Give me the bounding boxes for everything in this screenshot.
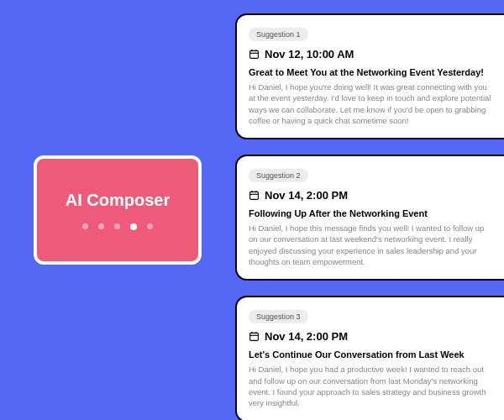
- suggestion-badge: Suggestion 1: [249, 28, 308, 41]
- suggestion-datetime: Nov 14, 2:00 PM: [265, 189, 348, 202]
- carousel-dot[interactable]: [114, 223, 120, 229]
- calendar-icon: [249, 49, 260, 60]
- calendar-icon: [249, 331, 260, 342]
- composer-title: AI Composer: [66, 191, 170, 210]
- suggestion-body: Hi Daniel, I hope you're doing well! It …: [249, 81, 492, 126]
- carousel-dots: [82, 223, 153, 230]
- suggestion-body: Hi Daniel, I hope you had a productive w…: [249, 364, 492, 408]
- calendar-icon: [249, 190, 260, 201]
- datetime-row: Nov 14, 2:00 PM: [249, 189, 492, 202]
- carousel-dot[interactable]: [82, 223, 88, 229]
- datetime-row: Nov 12, 10:00 AM: [249, 48, 492, 60]
- carousel-dot-active[interactable]: [130, 223, 137, 230]
- suggestion-badge: Suggestion 2: [249, 169, 308, 182]
- suggestion-card[interactable]: Suggestion 2 Nov 14, 2:00 PM Following U…: [235, 155, 504, 281]
- suggestion-badge: Suggestion 3: [249, 310, 308, 323]
- svg-rect-4: [250, 192, 259, 200]
- svg-rect-0: [250, 50, 259, 58]
- composer-card: AI Composer: [34, 155, 202, 265]
- svg-rect-8: [250, 333, 259, 341]
- suggestion-subject: Let's Continue Our Conversation from Las…: [249, 349, 492, 360]
- suggestion-card[interactable]: Suggestion 1 Nov 12, 10:00 AM Great to M…: [235, 13, 504, 139]
- suggestion-subject: Great to Meet You at the Networking Even…: [249, 67, 492, 77]
- datetime-row: Nov 14, 2:00 PM: [249, 330, 492, 343]
- suggestion-subject: Following Up After the Networking Event: [249, 208, 492, 218]
- left-panel: AI Composer: [0, 0, 235, 420]
- suggestion-card[interactable]: Suggestion 3 Nov 14, 2:00 PM Let's Conti…: [235, 296, 504, 420]
- carousel-dot[interactable]: [147, 223, 153, 229]
- suggestion-datetime: Nov 14, 2:00 PM: [265, 330, 348, 343]
- suggestion-body: Hi Daniel, I hope this message finds you…: [249, 223, 492, 267]
- suggestion-datetime: Nov 12, 10:00 AM: [265, 48, 354, 60]
- suggestions-panel: Suggestion 1 Nov 12, 10:00 AM Great to M…: [235, 0, 504, 420]
- carousel-dot[interactable]: [98, 223, 104, 229]
